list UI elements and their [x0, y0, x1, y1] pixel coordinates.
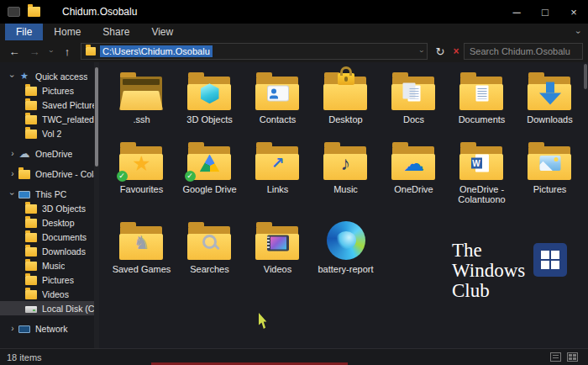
- recent-locations-chevron-icon[interactable]: ›: [45, 47, 56, 56]
- large-icons-view-icon[interactable]: [567, 352, 578, 362]
- file-links[interactable]: Links: [244, 140, 312, 205]
- search-input[interactable]: [464, 43, 583, 60]
- window-icon: [8, 7, 20, 17]
- sidebar-item-vol-2[interactable]: Vol 2: [0, 126, 99, 140]
- sidebar-item-onedrive[interactable]: ›OneDrive: [0, 146, 99, 161]
- file-searches[interactable]: Searches: [176, 220, 244, 275]
- folder-icon: [18, 170, 30, 179]
- refresh-button[interactable]: ↻: [432, 45, 449, 58]
- chevron-icon[interactable]: ›: [7, 189, 18, 198]
- sidebar-item-3d-objects[interactable]: 3D Objects: [0, 201, 99, 215]
- file-label: Videos: [244, 264, 312, 275]
- folder-icon: [322, 71, 370, 111]
- file-label: Music: [312, 184, 380, 195]
- folder-icon: [25, 247, 37, 257]
- folder-icon: [254, 140, 302, 181]
- sidebar-item-videos[interactable]: Videos: [0, 287, 99, 301]
- sidebar-item-local-disk-c[interactable]: Local Disk (C:): [0, 301, 99, 315]
- file-battery-report[interactable]: battery-report: [312, 220, 380, 275]
- folder-icon: [25, 204, 37, 214]
- file-onedrive-colantuono[interactable]: OneDrive - Colantuono: [448, 140, 516, 205]
- chevron-icon[interactable]: ›: [7, 324, 18, 333]
- up-button[interactable]: ↑: [58, 45, 76, 58]
- file-google-drive[interactable]: Google Drive: [176, 140, 244, 205]
- sidebar-item-label: OneDrive: [35, 149, 72, 159]
- folder-icon: [25, 233, 37, 242]
- file-label: Google Drive: [176, 184, 244, 195]
- back-button[interactable]: ←: [5, 45, 24, 58]
- file-contacts[interactable]: Contacts: [244, 71, 312, 125]
- sidebar-item-saved-pictures[interactable]: Saved Pictures: [0, 98, 99, 112]
- sidebar-item-quick-access[interactable]: ›Quick access: [0, 69, 99, 83]
- file-onedrive[interactable]: OneDrive: [380, 140, 448, 205]
- video-overlay-icon: [267, 235, 289, 251]
- tab-view[interactable]: View: [140, 24, 184, 40]
- tab-file[interactable]: File: [5, 24, 43, 40]
- sidebar-list: ›Quick accessPicturesSaved PicturesTWC_r…: [0, 69, 99, 336]
- file-ssh[interactable]: .ssh: [108, 71, 176, 125]
- address-folder-icon: [86, 47, 96, 56]
- close-button[interactable]: ×: [559, 0, 588, 24]
- chevron-icon[interactable]: ›: [7, 71, 18, 81]
- music-overlay-icon: [336, 153, 356, 173]
- explorer-body: ›Quick accessPicturesSaved PicturesTWC_r…: [0, 62, 588, 348]
- folder-icon: [390, 140, 438, 181]
- file-desktop[interactable]: Desktop: [312, 71, 380, 125]
- expand-ribbon-icon[interactable]: ›: [577, 28, 580, 37]
- address-dropdown-icon[interactable]: ›: [420, 47, 423, 56]
- file-videos[interactable]: Videos: [244, 220, 312, 275]
- file-music[interactable]: Music: [312, 140, 380, 205]
- search-overlay-icon: [200, 233, 220, 253]
- address-field[interactable]: C:\Users\Chidum.Osobalu ›: [81, 43, 428, 60]
- sidebar-item-downloads[interactable]: Downloads: [0, 244, 99, 258]
- file-saved-games[interactable]: Saved Games: [108, 220, 176, 275]
- sidebar-item-this-pc[interactable]: ›This PC: [0, 187, 99, 201]
- sidebar-item-label: Saved Pictures: [42, 100, 99, 110]
- sidebar-item-twc-related[interactable]: TWC_related: [0, 112, 99, 126]
- sidebar-item-network[interactable]: ›Network: [0, 321, 99, 336]
- watermark-line: Club: [452, 281, 525, 301]
- file-downloads[interactable]: Downloads: [516, 71, 584, 125]
- sidebar-item-desktop[interactable]: Desktop: [0, 215, 99, 230]
- sidebar-item-onedrive-colantuono[interactable]: ›OneDrive - Colantuono: [0, 167, 99, 181]
- sidebar-item-label: Desktop: [42, 218, 75, 228]
- file-label: Favourites: [108, 184, 176, 195]
- sidebar-item-pictures[interactable]: Pictures: [0, 272, 99, 287]
- folder-icon: [186, 71, 234, 111]
- chevron-icon[interactable]: ›: [7, 169, 18, 178]
- folder-icon: [118, 140, 166, 181]
- minimize-button[interactable]: ─: [502, 0, 531, 24]
- main-scrollbar-thumb[interactable]: [584, 64, 587, 89]
- sidebar-item-pictures[interactable]: Pictures: [0, 83, 99, 98]
- sidebar-item-label: Local Disk (C:): [42, 304, 99, 314]
- window-title: Chidum.Osobalu: [62, 6, 137, 18]
- sidebar-item-label: Documents: [42, 232, 87, 242]
- file-docs[interactable]: Docs: [380, 71, 448, 125]
- tab-home[interactable]: Home: [43, 24, 92, 40]
- sidebar-item-music[interactable]: Music: [0, 258, 99, 272]
- sidebar-item-documents[interactable]: Documents: [0, 230, 99, 244]
- chevron-icon[interactable]: ›: [7, 149, 18, 158]
- folder-icon: [25, 130, 37, 139]
- maximize-button[interactable]: □: [531, 0, 559, 24]
- mouse-cursor: [259, 313, 270, 329]
- file-pictures[interactable]: Pictures: [516, 140, 584, 205]
- details-view-icon[interactable]: [550, 352, 561, 362]
- file-favourites[interactable]: Favourites: [108, 140, 176, 205]
- pc-icon: [18, 191, 30, 198]
- file-label: Docs: [380, 114, 448, 125]
- tab-share[interactable]: Share: [92, 24, 140, 40]
- file-label: battery-report: [312, 264, 380, 275]
- sidebar-scrollbar-thumb[interactable]: [95, 67, 98, 167]
- file-documents[interactable]: Documents: [448, 71, 516, 125]
- folder-icon: [458, 71, 507, 111]
- forward-button[interactable]: →: [25, 45, 44, 58]
- folder-icon: [254, 220, 302, 261]
- sidebar-item-label: 3D Objects: [42, 204, 86, 214]
- pic-overlay-icon: [539, 156, 560, 171]
- folder-icon: [25, 115, 37, 124]
- file-3d-objects[interactable]: 3D Objects: [176, 71, 244, 125]
- file-label: Searches: [176, 264, 244, 275]
- address-path[interactable]: C:\Users\Chidum.Osobalu: [100, 45, 213, 57]
- file-grid: .ssh3D ObjectsContactsDesktopDocsDocumen…: [108, 71, 584, 275]
